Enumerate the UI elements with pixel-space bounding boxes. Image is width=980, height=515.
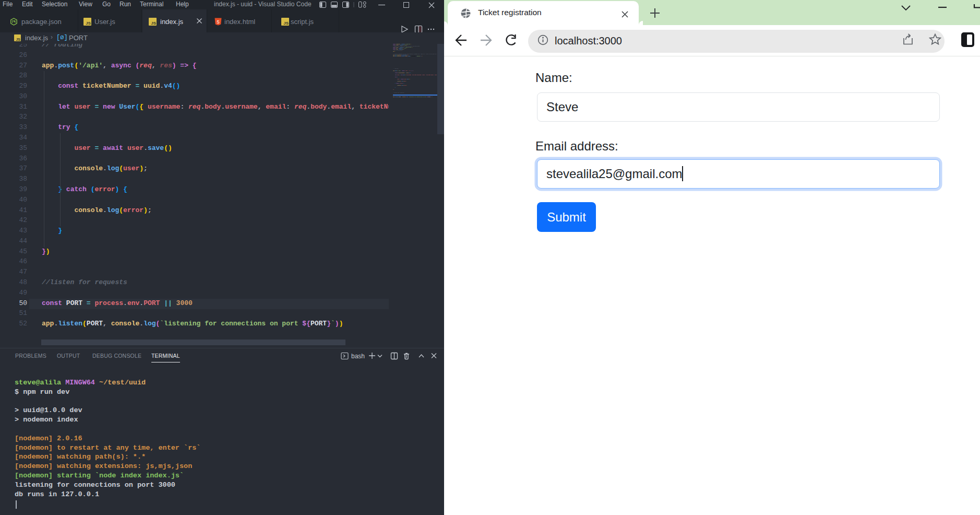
svg-text:5: 5 — [217, 19, 219, 25]
